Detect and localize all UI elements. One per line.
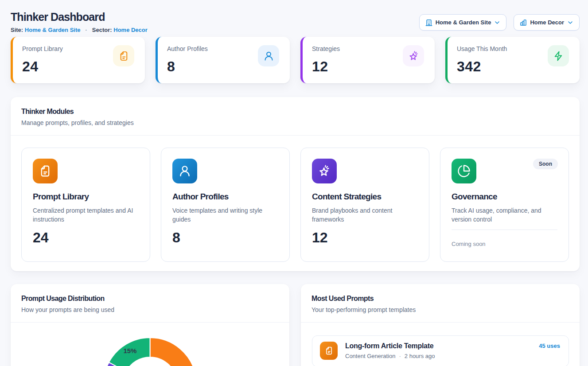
svg-text:15%: 15% xyxy=(123,347,136,354)
